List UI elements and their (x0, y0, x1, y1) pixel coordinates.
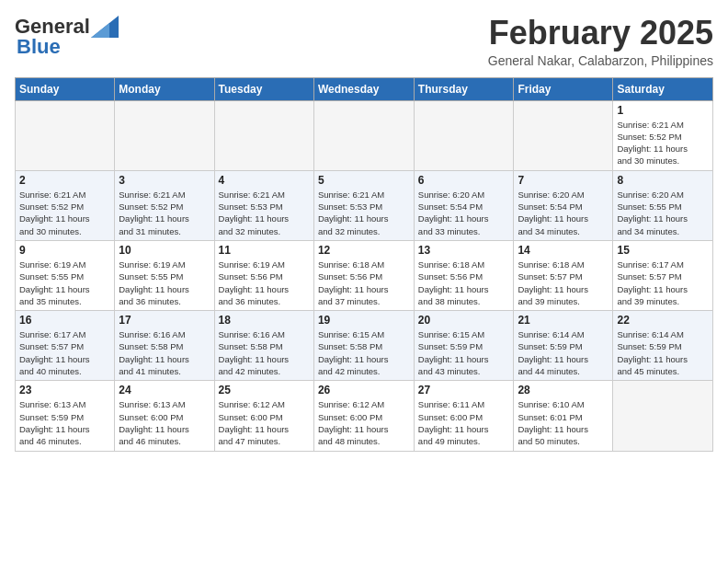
calendar-cell: 6Sunrise: 6:20 AM Sunset: 5:54 PM Daylig… (414, 170, 514, 240)
calendar-cell: 2Sunrise: 6:21 AM Sunset: 5:52 PM Daylig… (16, 170, 115, 240)
day-info: Sunrise: 6:21 AM Sunset: 5:52 PM Dayligh… (119, 189, 210, 237)
calendar-cell: 24Sunrise: 6:13 AM Sunset: 6:00 PM Dayli… (115, 381, 214, 451)
day-number: 15 (617, 244, 709, 257)
day-number: 10 (119, 244, 210, 257)
day-info: Sunrise: 6:13 AM Sunset: 6:00 PM Dayligh… (119, 398, 210, 447)
day-info: Sunrise: 6:20 AM Sunset: 5:55 PM Dayligh… (617, 189, 709, 237)
calendar-cell: 8Sunrise: 6:20 AM Sunset: 5:55 PM Daylig… (613, 170, 713, 240)
day-info: Sunrise: 6:20 AM Sunset: 5:54 PM Dayligh… (418, 189, 510, 237)
day-info: Sunrise: 6:18 AM Sunset: 5:57 PM Dayligh… (518, 259, 609, 307)
calendar-cell: 15Sunrise: 6:17 AM Sunset: 5:57 PM Dayli… (613, 240, 713, 310)
day-info: Sunrise: 6:21 AM Sunset: 5:52 PM Dayligh… (617, 119, 709, 167)
day-number: 19 (318, 314, 410, 327)
calendar-cell: 16Sunrise: 6:17 AM Sunset: 5:57 PM Dayli… (16, 311, 115, 381)
calendar-week-row-3: 16Sunrise: 6:17 AM Sunset: 5:57 PM Dayli… (16, 311, 713, 381)
calendar-week-row-0: 1Sunrise: 6:21 AM Sunset: 5:52 PM Daylig… (16, 100, 713, 170)
calendar-header-row: SundayMondayTuesdayWednesdayThursdayFrid… (16, 77, 713, 100)
calendar-weekday-wednesday: Wednesday (313, 77, 414, 100)
day-info: Sunrise: 6:21 AM Sunset: 5:52 PM Dayligh… (19, 189, 110, 237)
day-info: Sunrise: 6:19 AM Sunset: 5:55 PM Dayligh… (19, 259, 110, 307)
calendar-cell (16, 100, 115, 170)
calendar-cell: 19Sunrise: 6:15 AM Sunset: 5:58 PM Dayli… (313, 311, 414, 381)
day-info: Sunrise: 6:12 AM Sunset: 6:00 PM Dayligh… (219, 398, 310, 447)
calendar-weekday-tuesday: Tuesday (214, 77, 313, 100)
day-number: 18 (219, 314, 310, 327)
day-number: 1 (617, 104, 709, 117)
calendar-week-row-4: 23Sunrise: 6:13 AM Sunset: 5:59 PM Dayli… (16, 381, 713, 451)
day-number: 26 (318, 384, 410, 396)
day-info: Sunrise: 6:14 AM Sunset: 5:59 PM Dayligh… (617, 328, 709, 377)
day-number: 7 (518, 174, 609, 187)
day-info: Sunrise: 6:10 AM Sunset: 6:01 PM Dayligh… (518, 398, 609, 447)
calendar-cell: 13Sunrise: 6:18 AM Sunset: 5:56 PM Dayli… (414, 240, 514, 310)
calendar-cell: 11Sunrise: 6:19 AM Sunset: 5:56 PM Dayli… (214, 240, 313, 310)
day-info: Sunrise: 6:18 AM Sunset: 5:56 PM Dayligh… (318, 259, 410, 307)
day-info: Sunrise: 6:13 AM Sunset: 5:59 PM Dayligh… (19, 398, 110, 447)
calendar-cell: 25Sunrise: 6:12 AM Sunset: 6:00 PM Dayli… (214, 381, 313, 451)
calendar-week-row-1: 2Sunrise: 6:21 AM Sunset: 5:52 PM Daylig… (16, 170, 713, 240)
calendar-cell: 27Sunrise: 6:11 AM Sunset: 6:00 PM Dayli… (414, 381, 514, 451)
logo-blue-text: Blue (17, 35, 61, 59)
day-number: 16 (19, 314, 110, 327)
logo-icon (91, 16, 119, 38)
day-number: 24 (119, 384, 210, 396)
calendar-cell: 3Sunrise: 6:21 AM Sunset: 5:52 PM Daylig… (115, 170, 214, 240)
calendar-cell: 14Sunrise: 6:18 AM Sunset: 5:57 PM Dayli… (514, 240, 613, 310)
day-number: 4 (219, 174, 310, 187)
calendar-cell: 28Sunrise: 6:10 AM Sunset: 6:01 PM Dayli… (514, 381, 613, 451)
calendar-weekday-friday: Friday (514, 77, 613, 100)
calendar-cell (613, 381, 713, 451)
day-info: Sunrise: 6:21 AM Sunset: 5:53 PM Dayligh… (318, 189, 410, 237)
calendar-cell (414, 100, 514, 170)
calendar-table: SundayMondayTuesdayWednesdayThursdayFrid… (15, 77, 713, 452)
calendar-cell: 17Sunrise: 6:16 AM Sunset: 5:58 PM Dayli… (115, 311, 214, 381)
day-number: 21 (518, 314, 609, 327)
day-number: 20 (418, 314, 510, 327)
calendar-cell: 7Sunrise: 6:20 AM Sunset: 5:54 PM Daylig… (514, 170, 613, 240)
day-info: Sunrise: 6:21 AM Sunset: 5:53 PM Dayligh… (219, 189, 310, 237)
page-header: General Blue February 2025 General Nakar… (15, 15, 713, 68)
day-info: Sunrise: 6:17 AM Sunset: 5:57 PM Dayligh… (19, 328, 110, 377)
day-number: 13 (418, 244, 510, 257)
day-number: 27 (418, 384, 510, 396)
day-info: Sunrise: 6:14 AM Sunset: 5:59 PM Dayligh… (518, 328, 609, 377)
logo: General Blue (15, 15, 119, 59)
calendar-cell (214, 100, 313, 170)
calendar-cell: 5Sunrise: 6:21 AM Sunset: 5:53 PM Daylig… (313, 170, 414, 240)
calendar-week-row-2: 9Sunrise: 6:19 AM Sunset: 5:55 PM Daylig… (16, 240, 713, 310)
calendar-cell: 22Sunrise: 6:14 AM Sunset: 5:59 PM Dayli… (613, 311, 713, 381)
calendar-weekday-sunday: Sunday (16, 77, 115, 100)
calendar-cell (115, 100, 214, 170)
day-number: 14 (518, 244, 609, 257)
calendar-weekday-monday: Monday (115, 77, 214, 100)
day-number: 17 (119, 314, 210, 327)
day-number: 12 (318, 244, 410, 257)
day-number: 3 (119, 174, 210, 187)
day-info: Sunrise: 6:12 AM Sunset: 6:00 PM Dayligh… (318, 398, 410, 447)
day-info: Sunrise: 6:17 AM Sunset: 5:57 PM Dayligh… (617, 259, 709, 307)
day-number: 25 (219, 384, 310, 396)
day-number: 5 (318, 174, 410, 187)
location-text: General Nakar, Calabarzon, Philippines (488, 53, 713, 68)
calendar-cell: 4Sunrise: 6:21 AM Sunset: 5:53 PM Daylig… (214, 170, 313, 240)
calendar-cell (514, 100, 613, 170)
day-number: 23 (19, 384, 110, 396)
day-info: Sunrise: 6:19 AM Sunset: 5:55 PM Dayligh… (119, 259, 210, 307)
day-info: Sunrise: 6:19 AM Sunset: 5:56 PM Dayligh… (219, 259, 310, 307)
calendar-cell (313, 100, 414, 170)
month-title: February 2025 (488, 15, 713, 52)
day-info: Sunrise: 6:15 AM Sunset: 5:58 PM Dayligh… (318, 328, 410, 377)
calendar-weekday-thursday: Thursday (414, 77, 514, 100)
calendar-cell: 9Sunrise: 6:19 AM Sunset: 5:55 PM Daylig… (16, 240, 115, 310)
svg-marker-1 (91, 23, 109, 38)
day-number: 28 (518, 384, 609, 396)
day-number: 6 (418, 174, 510, 187)
calendar-cell: 10Sunrise: 6:19 AM Sunset: 5:55 PM Dayli… (115, 240, 214, 310)
day-info: Sunrise: 6:18 AM Sunset: 5:56 PM Dayligh… (418, 259, 510, 307)
day-info: Sunrise: 6:16 AM Sunset: 5:58 PM Dayligh… (119, 328, 210, 377)
calendar-cell: 23Sunrise: 6:13 AM Sunset: 5:59 PM Dayli… (16, 381, 115, 451)
day-number: 11 (219, 244, 310, 257)
day-number: 2 (19, 174, 110, 187)
calendar-cell: 12Sunrise: 6:18 AM Sunset: 5:56 PM Dayli… (313, 240, 414, 310)
day-number: 22 (617, 314, 709, 327)
